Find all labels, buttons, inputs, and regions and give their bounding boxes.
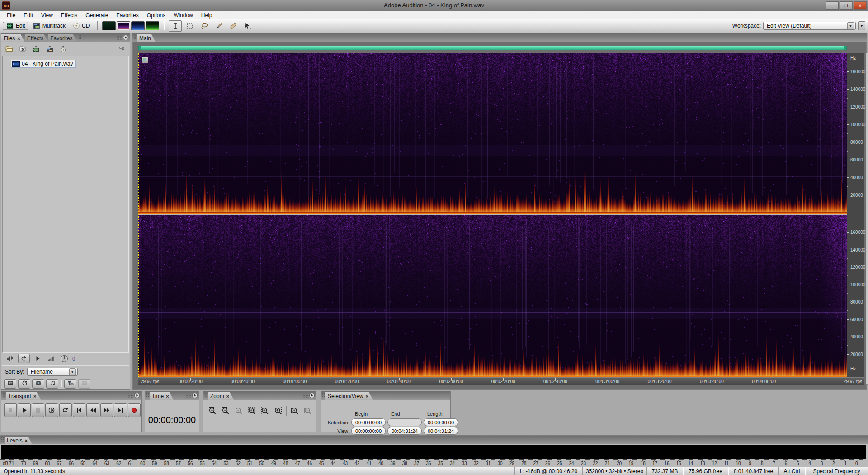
close-tab-icon[interactable]: × [17,36,20,41]
file-list[interactable]: 04 - King of Pain.wav [2,56,129,353]
menu-view[interactable]: View [37,12,57,19]
effects-paintbrush-tool[interactable] [212,20,225,32]
go-to-beginning-button[interactable] [73,403,85,417]
show-loop-files-button[interactable] [18,379,30,389]
multitrack-mode-button[interactable]: Multitrack [29,22,69,30]
zoom-to-selection-button[interactable] [246,405,258,416]
selection-begin-field[interactable]: 00:00:00:00 [351,418,386,426]
menu-effects[interactable]: Effects [57,12,81,19]
close-tab-icon[interactable]: × [166,394,169,399]
menu-options[interactable]: Options [143,12,170,19]
panel-menu-icon[interactable] [123,34,129,41]
menu-file[interactable]: File [3,12,19,19]
lasso-selection-tool[interactable] [198,20,211,32]
tab-time[interactable]: Time × [150,392,174,400]
tab-main[interactable]: Main [137,34,156,42]
zoom-in-to-selection-right-edge-button[interactable] [272,405,284,416]
workspace-select[interactable]: Edit View (Default) ▼ [763,22,856,30]
stop-button[interactable] [4,403,17,417]
tab-files[interactable]: Files× [1,34,25,42]
play-preview-icon[interactable] [33,355,43,363]
show-video-files-button[interactable] [32,379,44,389]
view-end-field[interactable]: 00:04:31:24 [387,427,422,435]
frequency-scale[interactable]: Hz16000014000012000010000080000600004000… [847,53,864,378]
zoom-out-full-button[interactable] [233,405,245,416]
tab-selection-view[interactable]: Selection/View × [326,392,373,400]
spectral-display[interactable]: Hz16000014000012000010000080000600004000… [138,53,864,378]
go-to-end-button[interactable] [114,403,127,417]
level-meter[interactable] [1,445,866,459]
close-button[interactable]: × [854,1,867,10]
marquee-selection-tool[interactable] [183,20,196,32]
tab-transport[interactable]: Transport × [6,392,41,400]
zoom-in-horizontally-button[interactable] [207,405,218,416]
fast-forward-button[interactable] [100,403,113,417]
waveform-display-button[interactable] [102,21,116,30]
insert-into-multitrack-button[interactable] [45,45,55,53]
tab-effects[interactable]: Effects [25,34,48,42]
zoom-in-vertically-button[interactable] [289,405,301,416]
spectral-left-channel[interactable] [138,53,847,214]
zoom-in-to-selection-left-edge-button[interactable] [259,405,271,416]
close-tab-icon[interactable]: × [25,438,28,443]
auto-play-icon[interactable] [5,355,15,363]
close-files-button[interactable] [18,45,28,53]
preview-volume-icon[interactable] [46,355,56,363]
minimize-button[interactable]: – [826,1,839,10]
view-begin-field[interactable]: 00:00:00:00 [351,427,386,435]
selection-end-field[interactable] [387,418,422,426]
show-full-paths-button[interactable]: C:\> [78,379,90,389]
loop-playback-button[interactable] [18,354,30,363]
toolbar-overflow-button[interactable]: ▼ [858,21,865,30]
import-file-button[interactable] [4,45,14,53]
play-from-cursor-button[interactable] [45,403,58,417]
spectral-pan-display-button[interactable] [131,21,145,30]
panel-menu-icon[interactable] [192,392,198,399]
spectral-phase-display-button[interactable] [146,21,159,30]
menu-favorites[interactable]: Favorites [112,12,142,19]
advanced-options-icon[interactable] [117,45,127,53]
scrub-tool[interactable] [241,20,254,32]
pause-button[interactable] [32,403,44,417]
show-audio-files-button[interactable] [4,379,16,389]
horizontal-zoom-scrollbar[interactable] [138,46,847,50]
playhead-cursor[interactable] [138,53,139,378]
close-tab-icon[interactable]: × [226,394,229,399]
menu-edit[interactable]: Edit [19,12,37,19]
preview-knob[interactable] [59,355,69,363]
record-button[interactable] [128,403,141,417]
maximize-button[interactable]: ❒ [840,1,853,10]
tab-zoom[interactable]: Zoom × [208,392,234,400]
file-row-selected[interactable]: 04 - King of Pain.wav [11,60,76,68]
cd-mode-button[interactable]: CD [70,21,93,30]
title-bar[interactable]: Au Adobe Audition - 04 - King of Pain.wa… [0,0,868,11]
show-midi-files-button[interactable] [46,379,58,389]
view-length-field[interactable]: 00:04:31:24 [424,427,458,435]
time-ruler[interactable]: 29.97 fps 29.97 fps 00:00:20:0000:00:40:… [138,377,864,385]
spectral-right-channel[interactable] [138,215,847,378]
tab-favorites[interactable]: Favorites [48,34,77,42]
zoom-out-vertically-button[interactable] [302,405,314,416]
preview-value-link[interactable]: 0 [72,356,75,361]
menu-generate[interactable]: Generate [81,12,112,19]
close-tab-icon[interactable]: × [33,394,36,399]
menu-window[interactable]: Window [170,12,197,19]
sort-by-select[interactable]: Filename ▼ [27,368,78,376]
panel-menu-icon[interactable] [309,392,315,399]
spot-healing-brush-tool[interactable] [226,20,240,32]
time-selection-tool[interactable] [169,20,182,32]
filter-options-button[interactable] [64,379,76,389]
edit-file-button[interactable] [31,45,41,53]
zoom-out-horizontally-button[interactable] [220,405,231,416]
display-corner-widget-left[interactable] [142,57,148,63]
play-button[interactable] [18,403,30,417]
vertical-scrollbar[interactable] [866,53,868,385]
tab-levels[interactable]: Levels × [5,437,32,444]
panel-menu-icon[interactable] [134,392,140,399]
edit-mode-button[interactable]: Edit [3,22,28,30]
selection-length-field[interactable]: 00:00:00:00 [424,418,458,426]
menu-help[interactable]: Help [197,12,217,19]
play-looped-button[interactable] [59,403,72,417]
insert-into-cd-button[interactable] [58,45,68,53]
rewind-button[interactable] [86,403,99,417]
